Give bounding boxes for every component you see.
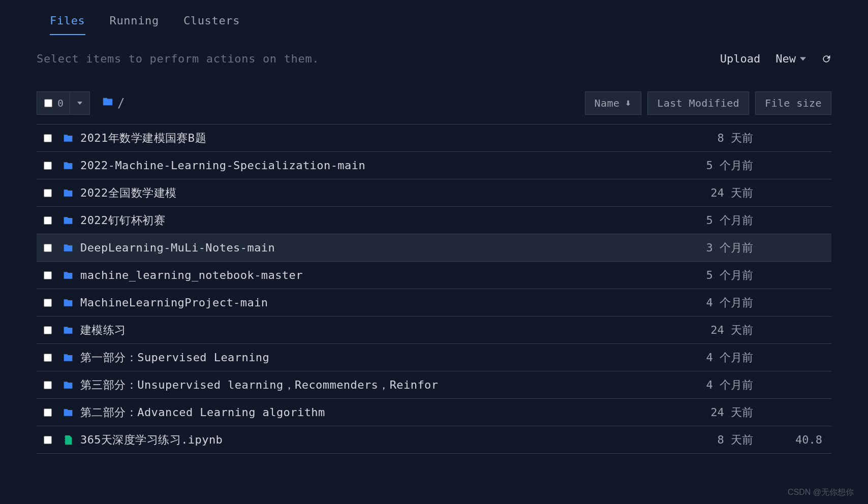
file-row[interactable]: 第一部分：Supervised Learning4 个月前 xyxy=(37,344,831,371)
row-checkbox[interactable] xyxy=(44,381,52,389)
watermark: CSDN @无你想你 xyxy=(788,487,854,498)
tab-clusters[interactable]: Clusters xyxy=(183,14,240,35)
action-bar: Upload New xyxy=(720,52,831,65)
file-modified: 24 天前 xyxy=(619,185,761,201)
file-name: MachineLearningProject-main xyxy=(80,296,268,309)
select-all-dropdown[interactable]: 0 xyxy=(37,91,90,115)
folder-icon xyxy=(63,353,74,363)
tab-bar: Files Running Clusters xyxy=(0,0,868,35)
file-modified: 4 个月前 xyxy=(619,295,761,310)
column-name-label: Name xyxy=(595,97,620,109)
file-name: 建模练习 xyxy=(80,323,126,338)
row-checkbox[interactable] xyxy=(44,162,52,170)
file-row[interactable]: 2022钉钉杯初赛5 个月前 xyxy=(37,207,831,234)
breadcrumb[interactable]: / xyxy=(96,96,125,110)
file-name: 第一部分：Supervised Learning xyxy=(80,350,269,365)
refresh-icon xyxy=(821,54,831,64)
folder-icon xyxy=(63,188,74,198)
notebook-icon xyxy=(63,435,74,445)
file-modified: 3 个月前 xyxy=(619,240,761,256)
file-modified: 24 天前 xyxy=(619,405,761,420)
file-name: 2022全国数学建模 xyxy=(80,185,176,201)
column-header-modified[interactable]: Last Modified xyxy=(647,91,749,115)
file-modified: 5 个月前 xyxy=(619,268,761,283)
file-row[interactable]: 2022全国数学建模24 天前 xyxy=(37,179,831,207)
file-modified: 8 天前 xyxy=(619,432,761,448)
selected-count: 0 xyxy=(57,92,70,114)
row-checkbox[interactable] xyxy=(44,354,52,362)
file-row[interactable]: machine_learning_notebook-master5 个月前 xyxy=(37,262,831,289)
row-checkbox[interactable] xyxy=(44,134,52,142)
folder-icon xyxy=(63,215,74,226)
folder-icon xyxy=(63,270,74,280)
file-modified: 5 个月前 xyxy=(619,158,761,173)
file-name: 第三部分：Unsupervised learning，Recommenders，… xyxy=(80,377,438,393)
caret-down-icon xyxy=(800,56,806,62)
file-row[interactable]: 365天深度学习练习.ipynb8 天前40.8 xyxy=(37,426,831,454)
folder-icon xyxy=(63,325,74,335)
folder-icon xyxy=(63,161,74,171)
sort-down-icon xyxy=(625,100,632,107)
file-row[interactable]: 建模练习24 天前 xyxy=(37,317,831,344)
file-modified: 24 天前 xyxy=(619,323,761,338)
row-checkbox[interactable] xyxy=(44,408,52,417)
select-all-checkbox[interactable] xyxy=(37,92,57,114)
new-button-label: New xyxy=(776,52,796,65)
row-checkbox[interactable] xyxy=(44,271,52,279)
subheader: Select items to perform actions on them.… xyxy=(0,35,868,65)
folder-icon xyxy=(63,133,74,143)
folder-icon xyxy=(63,243,74,253)
svg-rect-0 xyxy=(65,436,66,437)
file-row[interactable]: 2022-Machine-Learning-Specialization-mai… xyxy=(37,152,831,179)
folder-icon xyxy=(63,407,74,418)
file-name: 2021年数学建模国赛B题 xyxy=(80,131,206,146)
file-name: 365天深度学习练习.ipynb xyxy=(80,432,223,448)
upload-button[interactable]: Upload xyxy=(720,52,760,65)
row-checkbox[interactable] xyxy=(44,216,52,225)
file-name: 2022钉钉杯初赛 xyxy=(80,213,165,228)
file-modified: 4 个月前 xyxy=(619,377,761,393)
row-checkbox[interactable] xyxy=(44,244,52,252)
tab-files[interactable]: Files xyxy=(50,14,85,35)
select-dropdown-toggle[interactable] xyxy=(70,92,89,114)
breadcrumb-path: / xyxy=(117,96,125,110)
file-row[interactable]: DeepLearning-MuLi-Notes-main3 个月前 xyxy=(37,234,831,262)
file-size: 40.8 xyxy=(761,433,822,446)
file-modified: 4 个月前 xyxy=(619,350,761,365)
file-name: 第二部分：Advanced Learning algorithm xyxy=(80,405,325,420)
folder-icon xyxy=(63,380,74,390)
file-row[interactable]: 第三部分：Unsupervised learning，Recommenders，… xyxy=(37,371,831,399)
file-name: 2022-Machine-Learning-Specialization-mai… xyxy=(80,159,365,172)
file-row[interactable]: MachineLearningProject-main4 个月前 xyxy=(37,289,831,317)
caret-down-icon xyxy=(77,101,82,106)
list-toolbar: 0 / Name Last Modified File size xyxy=(0,65,868,115)
column-header-size[interactable]: File size xyxy=(755,91,831,115)
column-header-name[interactable]: Name xyxy=(585,91,642,115)
row-checkbox[interactable] xyxy=(44,436,52,444)
folder-icon xyxy=(102,96,113,110)
tab-running[interactable]: Running xyxy=(110,14,159,35)
folder-icon xyxy=(63,298,74,308)
row-checkbox[interactable] xyxy=(44,299,52,307)
file-modified: 8 天前 xyxy=(619,131,761,146)
svg-rect-1 xyxy=(65,439,66,440)
svg-rect-2 xyxy=(65,442,66,443)
row-checkbox[interactable] xyxy=(44,326,52,334)
file-name: DeepLearning-MuLi-Notes-main xyxy=(80,241,275,254)
file-name: machine_learning_notebook-master xyxy=(80,269,303,281)
new-button[interactable]: New xyxy=(776,52,806,65)
refresh-button[interactable] xyxy=(821,54,831,64)
file-list: 2021年数学建模国赛B题8 天前2022-Machine-Learning-S… xyxy=(37,124,831,454)
row-checkbox[interactable] xyxy=(44,189,52,197)
file-row[interactable]: 2021年数学建模国赛B题8 天前 xyxy=(37,124,831,152)
helper-text: Select items to perform actions on them. xyxy=(37,52,319,65)
file-modified: 5 个月前 xyxy=(619,213,761,228)
file-row[interactable]: 第二部分：Advanced Learning algorithm24 天前 xyxy=(37,399,831,426)
